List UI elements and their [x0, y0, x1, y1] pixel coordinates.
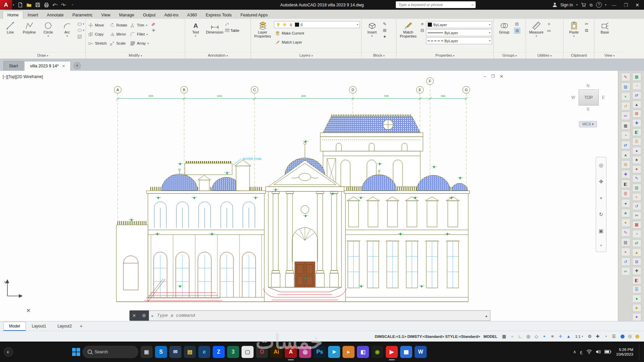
taskbar-app-calculator[interactable]: ▩ — [400, 346, 412, 358]
recent-commands-icon[interactable]: ▴ — [485, 313, 487, 318]
trim-button[interactable]: Trim▾ — [129, 21, 150, 29]
define-attributes-button[interactable]: ✦ — [382, 34, 387, 39]
viewport-controls[interactable]: [−][Top][2D Wireframe] — [3, 74, 43, 79]
new-tab-button[interactable]: + — [73, 62, 81, 69]
side-toolbar-button[interactable]: ✦ — [632, 313, 641, 321]
model-space-label[interactable]: MODEL — [483, 335, 497, 339]
wifi-icon[interactable] — [586, 350, 592, 354]
ribbon-tab-add-ins[interactable]: Add-ins — [160, 11, 183, 19]
side-toolbar-button[interactable]: ◧ — [632, 276, 641, 284]
taskbar-app-opera[interactable]: O — [256, 346, 268, 358]
side-toolbar-button[interactable]: ● — [632, 295, 641, 303]
zoom-extents-icon[interactable]: ⌖ — [600, 195, 602, 201]
taskbar-app-photoshop[interactable]: Ps — [314, 346, 326, 358]
side-toolbar-button[interactable]: ⇄ — [632, 239, 641, 247]
isodraft-icon[interactable]: ◇ — [533, 334, 540, 339]
quick-calc-button[interactable]: ≔ — [546, 28, 552, 33]
file-tab-start[interactable]: Start — [3, 61, 23, 71]
side-toolbar-button[interactable]: ▤ — [621, 82, 630, 91]
ribbon-tab-express-tools[interactable]: Express Tools — [201, 11, 236, 19]
tab-layout1[interactable]: Layout1 — [26, 322, 52, 330]
ortho-icon[interactable]: ∟ — [517, 334, 524, 339]
workspace-icon[interactable]: ⚙ — [586, 334, 593, 339]
sign-in-button[interactable]: Sign In — [560, 3, 573, 7]
chevron-down-icon[interactable]: ▾ — [600, 244, 602, 247]
ribbon-tab-home[interactable]: Home — [3, 11, 23, 19]
mirror-button[interactable]: Mirror — [109, 30, 128, 38]
qat-customize-button[interactable]: ▾ — [68, 1, 76, 9]
taskbar-app-notepad[interactable]: ▢ — [241, 346, 254, 358]
file-tab-drawing[interactable]: villa 2023 9 14*✕ — [24, 61, 71, 71]
chevron-down-icon[interactable]: ▾ — [576, 4, 578, 6]
side-toolbar-button[interactable]: ↺ — [621, 102, 630, 110]
taskbar-app-instagram[interactable]: ◎ — [299, 346, 311, 358]
rectangle-button[interactable]: ▾ — [77, 21, 84, 26]
open-file-button[interactable] — [25, 1, 33, 9]
ribbon-tab-output[interactable]: Output — [139, 11, 160, 19]
copy-clip-button[interactable]: ⧉ — [584, 28, 589, 33]
side-toolbar-button[interactable]: ◔ — [632, 230, 641, 238]
viewcube[interactable]: N W TOP E S WCS ▾ — [566, 83, 610, 127]
taskbar-app-youtube[interactable]: ▶ — [386, 346, 398, 358]
taskbar-app-zoom[interactable]: Z — [213, 346, 225, 358]
object-color-dropdown[interactable]: ByLayer▾ — [426, 21, 492, 28]
paste-button[interactable]: Paste▾ — [565, 20, 583, 51]
side-toolbar-button[interactable]: ☰ — [632, 286, 641, 294]
arc-button[interactable]: Arc▾ — [58, 20, 76, 51]
copy-button[interactable]: Copy — [87, 30, 108, 38]
side-toolbar-button[interactable]: ✂ — [621, 267, 630, 276]
minimize-button[interactable]: — — [610, 2, 619, 8]
side-toolbar-button[interactable]: ↺ — [621, 257, 630, 266]
wcs-menu[interactable]: WCS ▾ — [579, 121, 597, 127]
notification-blue-icon[interactable] — [621, 335, 625, 339]
side-toolbar-button[interactable]: ↺ — [632, 202, 641, 210]
polar-tracking-icon[interactable]: ◎ — [525, 334, 532, 339]
customize-wrench-icon[interactable]: ⚙ — [142, 313, 146, 318]
annotation-scale-icon[interactable]: ▲ — [565, 334, 572, 339]
drawing-canvas[interactable]: [−][Top][2D Wireframe] ‒ ❐ ✕ ABCDEFG5956… — [0, 71, 618, 321]
properties-list-button[interactable]: ≡ — [420, 21, 425, 26]
rotate-button[interactable]: Rotate — [109, 21, 128, 29]
taskbar-app-mail[interactable]: ✉ — [169, 346, 181, 358]
panel-label-annotation[interactable]: Annotation ▾ — [185, 52, 251, 59]
fillet-button[interactable]: Fillet▾ — [129, 30, 150, 38]
side-toolbar-button[interactable]: ★ — [632, 156, 641, 164]
new-file-button[interactable] — [16, 1, 24, 9]
taskbar-search[interactable]: Search — [83, 346, 138, 358]
layer-dropdown[interactable]: 0 ▾ — [274, 21, 360, 28]
pan-icon[interactable]: ✥ — [599, 179, 603, 185]
side-toolbar-button[interactable]: ▲ — [632, 101, 641, 109]
side-toolbar-button[interactable]: ⇄ — [621, 141, 630, 149]
side-toolbar-button[interactable]: ● — [621, 199, 630, 207]
save-button[interactable] — [34, 1, 42, 9]
ungroup-button[interactable]: ⊟ — [514, 21, 520, 26]
side-toolbar-button[interactable]: ⊞ — [632, 110, 641, 118]
side-toolbar-button[interactable]: ✎ — [621, 228, 630, 237]
taskbar-app-illustrator[interactable]: Ai — [270, 346, 282, 358]
side-toolbar-button[interactable]: ☰ — [621, 189, 630, 198]
orbit-icon[interactable]: ↻ — [599, 212, 603, 218]
side-toolbar-button[interactable]: ▲ — [621, 150, 630, 159]
panel-label-utilities[interactable]: Utilities ▾ — [526, 52, 563, 59]
taskbar-app-media-player[interactable]: ▸ — [342, 346, 355, 358]
dimension-button[interactable]: Dimension — [206, 20, 224, 51]
panel-label-block[interactable]: Block ▾ — [362, 52, 396, 59]
autocad-logo-icon[interactable]: A — [0, 0, 12, 10]
lineweight-dropdown[interactable]: ByLayer▾ — [426, 29, 492, 36]
taskbar-app-paint[interactable]: ◧ — [357, 346, 369, 358]
side-toolbar-button[interactable]: ● — [632, 147, 641, 155]
undo-button[interactable]: ↶▾ — [51, 1, 59, 9]
restore-button[interactable]: ❐ — [622, 2, 630, 8]
taskbar-app-3ds-max[interactable]: 3 — [227, 346, 239, 358]
viewcube-top-face[interactable]: TOP — [579, 89, 599, 106]
command-line[interactable]: ✕ ⚙ ▸ ▴ — [129, 310, 490, 321]
side-toolbar-button[interactable]: ✦ — [621, 219, 630, 227]
redo-button[interactable]: ↷▾ — [60, 1, 68, 9]
annotation-monitor-icon[interactable]: ✚ — [594, 334, 601, 339]
side-toolbar-button[interactable]: ⌖ — [632, 193, 641, 201]
snap-icon[interactable]: ▫ — [509, 334, 516, 339]
ribbon-tab-annotate[interactable]: Annotate — [43, 11, 68, 19]
side-toolbar-button[interactable]: ▲ — [632, 248, 641, 256]
group-edit-button[interactable]: ⊞ — [514, 28, 520, 34]
chevron-down-icon[interactable]: ▾ — [13, 4, 14, 6]
